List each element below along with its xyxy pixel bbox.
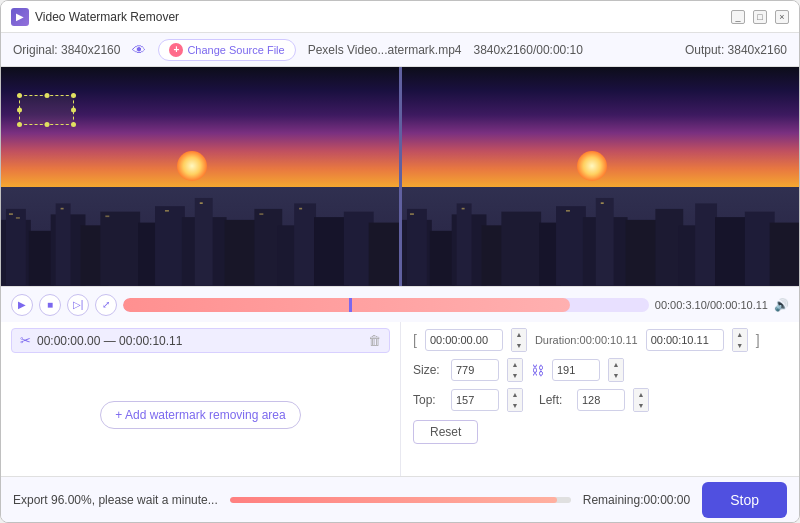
left-up[interactable]: ▲ [634, 389, 648, 400]
size-height-spinner[interactable]: ▲ ▼ [608, 358, 624, 382]
svg-rect-6 [100, 212, 140, 286]
app-title: Video Watermark Remover [35, 10, 179, 24]
left-input[interactable] [577, 389, 625, 411]
size-height-input[interactable] [552, 359, 600, 381]
svg-rect-19 [16, 218, 20, 220]
handle-bottom-mid[interactable] [44, 122, 49, 127]
volume-icon[interactable]: 🔊 [774, 298, 789, 312]
minimize-button[interactable]: _ [731, 10, 745, 24]
svg-rect-20 [61, 208, 64, 210]
timeline-thumb[interactable] [349, 298, 352, 312]
selection-box[interactable] [19, 95, 74, 125]
bracket-right: ] [756, 332, 760, 348]
svg-rect-8 [155, 207, 185, 286]
left-label: Left: [539, 393, 569, 407]
left-down[interactable]: ▼ [634, 400, 648, 411]
handle-mid-left[interactable] [17, 108, 22, 113]
export-progress-text: Export 96.00%, please wait a minute... [13, 493, 218, 507]
sun [177, 151, 207, 181]
start-time-input[interactable] [425, 329, 503, 351]
output-dimensions: Output: 3840x2160 [685, 43, 787, 57]
svg-rect-14 [294, 204, 316, 286]
top-down[interactable]: ▼ [508, 400, 522, 411]
svg-rect-30 [456, 204, 471, 286]
start-time-spinner[interactable]: ▲ ▼ [511, 328, 527, 352]
top-up[interactable]: ▲ [508, 389, 522, 400]
app-icon: ▶ [11, 8, 29, 26]
reset-button[interactable]: Reset [413, 420, 478, 444]
play-button[interactable]: ▶ [11, 294, 33, 316]
scissors-icon: ✂ [20, 333, 31, 348]
position-params-row: Top: ▲ ▼ Left: ▲ ▼ [413, 388, 787, 412]
top-spinner[interactable]: ▲ ▼ [507, 388, 523, 412]
clip-time-range: 00:00:00.00 — 00:00:10.11 [37, 334, 362, 348]
handle-bottom-left[interactable] [17, 122, 22, 127]
video-area [1, 67, 799, 286]
video-preview-left [1, 67, 399, 286]
change-source-label: Change Source File [187, 44, 284, 56]
time-params-row: [ ▲ ▼ Duration:00:00:10.11 ▲ ▼ ] [413, 328, 787, 352]
svg-rect-41 [715, 218, 750, 286]
end-time-spinner[interactable]: ▲ ▼ [732, 328, 748, 352]
close-button[interactable]: × [775, 10, 789, 24]
eye-icon[interactable]: 👁 [132, 42, 146, 58]
stop-button[interactable]: Stop [702, 482, 787, 518]
svg-rect-4 [56, 204, 71, 286]
city-silhouette [1, 187, 399, 286]
window-controls: _ □ × [731, 10, 789, 24]
bottom-section: ✂ 00:00:00.00 — 00:00:10.11 🗑 + Add wate… [1, 322, 799, 522]
end-time-up[interactable]: ▲ [733, 329, 747, 340]
top-input[interactable] [451, 389, 499, 411]
size-height-down[interactable]: ▼ [609, 370, 623, 381]
filename: Pexels Video...atermark.mp4 [308, 43, 462, 57]
app-window: ▶ Video Watermark Remover _ □ × Original… [0, 0, 800, 523]
handle-bottom-right[interactable] [71, 122, 76, 127]
left-edit-panel: ✂ 00:00:00.00 — 00:00:10.11 🗑 + Add wate… [1, 322, 401, 476]
start-time-down[interactable]: ▼ [512, 340, 526, 351]
svg-rect-23 [200, 203, 203, 205]
next-frame-button[interactable]: ▷| [67, 294, 89, 316]
svg-rect-18 [9, 214, 13, 216]
svg-rect-24 [259, 214, 263, 216]
svg-rect-44 [409, 214, 413, 216]
change-source-button[interactable]: + Change Source File [158, 39, 295, 61]
progress-bar-fill [230, 497, 557, 503]
size-label: Size: [413, 363, 443, 377]
delete-clip-button[interactable]: 🗑 [368, 333, 381, 348]
svg-rect-25 [299, 208, 302, 210]
left-spinner[interactable]: ▲ ▼ [633, 388, 649, 412]
svg-rect-36 [595, 198, 613, 286]
handle-top-mid[interactable] [44, 93, 49, 98]
start-time-up[interactable]: ▲ [512, 329, 526, 340]
end-time-input[interactable] [646, 329, 724, 351]
size-height-up[interactable]: ▲ [609, 359, 623, 370]
stop-button[interactable]: ■ [39, 294, 61, 316]
svg-rect-10 [195, 198, 213, 286]
size-params-row: Size: ▲ ▼ ⛓ ▲ ▼ [413, 358, 787, 382]
add-watermark-area-button[interactable]: + Add watermark removing area [100, 401, 300, 429]
sun-right [577, 151, 607, 181]
handle-top-right[interactable] [71, 93, 76, 98]
edit-area: ✂ 00:00:00.00 — 00:00:10.11 🗑 + Add wate… [1, 322, 799, 476]
svg-rect-47 [600, 203, 603, 205]
end-time-down[interactable]: ▼ [733, 340, 747, 351]
top-label: Top: [413, 393, 443, 407]
handle-top-left[interactable] [17, 93, 22, 98]
video-preview-right [402, 67, 800, 286]
size-width-up[interactable]: ▲ [508, 359, 522, 370]
city-bg [1, 187, 399, 286]
size-width-down[interactable]: ▼ [508, 370, 522, 381]
maximize-button[interactable]: □ [753, 10, 767, 24]
handle-mid-right[interactable] [71, 108, 76, 113]
fullscreen-button[interactable]: ⤢ [95, 294, 117, 316]
svg-rect-46 [565, 210, 569, 212]
city-bg-right [402, 187, 800, 286]
size-width-input[interactable] [451, 359, 499, 381]
timeline-track[interactable] [123, 298, 649, 312]
svg-rect-17 [369, 223, 399, 286]
controls-bar: ▶ ■ ▷| ⤢ 00:00:3.10/00:00:10.11 🔊 [1, 286, 799, 322]
svg-rect-43 [769, 223, 799, 286]
dimensions-duration: 3840x2160/00:00:10 [474, 43, 583, 57]
size-width-spinner[interactable]: ▲ ▼ [507, 358, 523, 382]
right-edit-panel: [ ▲ ▼ Duration:00:00:10.11 ▲ ▼ ] [401, 322, 799, 476]
